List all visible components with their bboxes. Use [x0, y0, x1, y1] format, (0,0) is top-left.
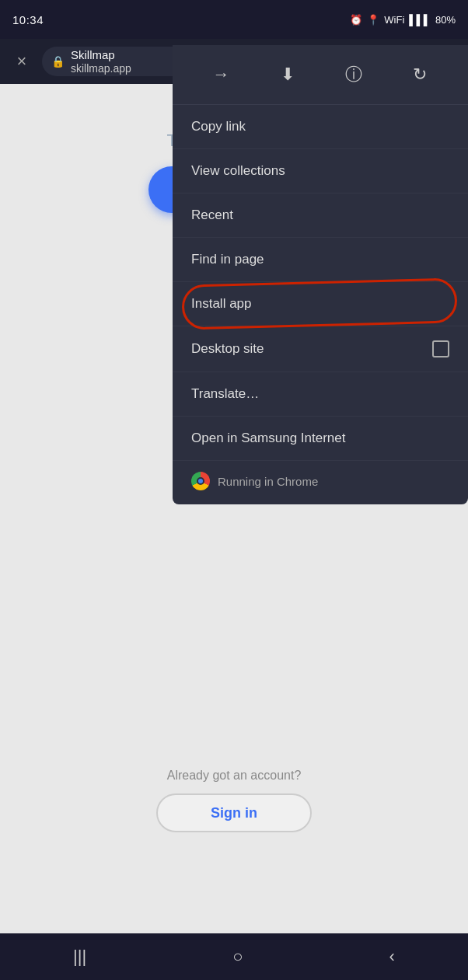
location-icon: 📍 [367, 14, 379, 26]
status-bar: 10:34 ⏰ 📍 WiFi ▌▌▌ 80% [0, 0, 468, 39]
dropdown-toolbar: → ⬇ ⓘ ↻ [173, 45, 468, 105]
site-url: skillmap.app [71, 62, 131, 75]
forward-button[interactable]: → [204, 58, 239, 92]
menu-item-find-in-page[interactable]: Find in page [173, 238, 468, 282]
lock-icon: 🔒 [51, 55, 65, 68]
reload-button[interactable]: ↻ [403, 58, 437, 92]
nav-back-icon[interactable]: ‹ [389, 947, 395, 967]
menu-item-translate[interactable]: Translate… [173, 372, 468, 417]
nav-home-icon[interactable]: ○ [232, 947, 243, 967]
download-button[interactable]: ⬇ [271, 58, 305, 92]
menu-item-view-collections[interactable]: View collections [173, 149, 468, 194]
bottom-text-area: Already got an account? Sign in [0, 769, 468, 832]
sign-in-button[interactable]: Sign in [156, 793, 312, 832]
close-tab-button[interactable]: × [9, 49, 34, 74]
status-time: 10:34 [12, 13, 44, 26]
already-account-text: Already got an account? [167, 769, 302, 783]
status-icons: ⏰ 📍 WiFi ▌▌▌ 80% [350, 14, 456, 26]
nav-recent-apps-icon[interactable]: ||| [73, 947, 86, 967]
battery-level: 80% [435, 14, 456, 26]
running-in-chrome-footer: Running in Chrome [173, 461, 468, 504]
wifi-icon: WiFi [384, 14, 404, 26]
menu-item-copy-link[interactable]: Copy link [173, 105, 468, 149]
bottom-nav: ||| ○ ‹ [0, 933, 468, 980]
info-button[interactable]: ⓘ [337, 58, 371, 92]
sign-in-label: Sign in [211, 805, 257, 821]
menu-item-open-samsung[interactable]: Open in Samsung Internet [173, 417, 468, 461]
menu-item-desktop-site[interactable]: Desktop site [173, 326, 468, 372]
alarm-icon: ⏰ [350, 14, 362, 26]
signal-icon: ▌▌▌ [409, 14, 431, 26]
dropdown-menu: → ⬇ ⓘ ↻ Copy link View collections Recen… [173, 45, 468, 504]
desktop-site-checkbox[interactable] [432, 340, 449, 357]
running-in-text: Running in Chrome [218, 475, 318, 488]
menu-item-install-app[interactable]: Install app [173, 282, 468, 326]
chrome-inner-circle [197, 477, 204, 485]
menu-item-recent[interactable]: Recent [173, 194, 468, 238]
chrome-icon [191, 472, 210, 490]
site-title: Skillmap [71, 48, 131, 62]
